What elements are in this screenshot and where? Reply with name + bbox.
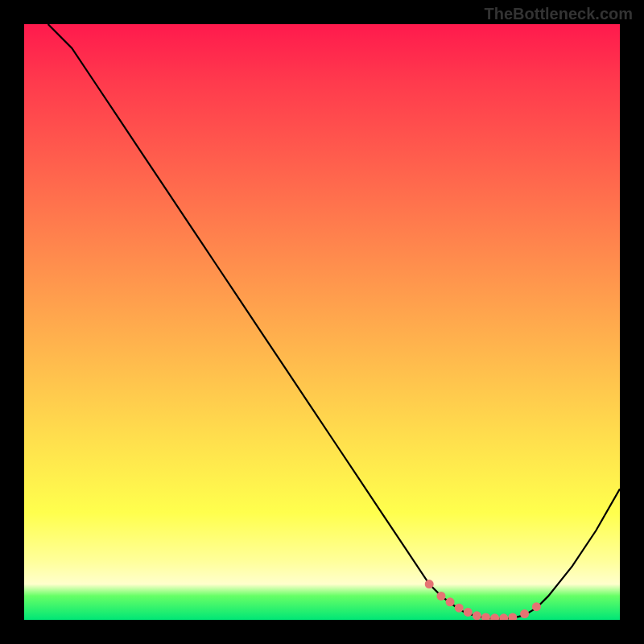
watermark-text: TheBottleneck.com [485,5,633,23]
chart-container: TheBottleneck.com [0,0,644,644]
plot-background [24,24,620,620]
